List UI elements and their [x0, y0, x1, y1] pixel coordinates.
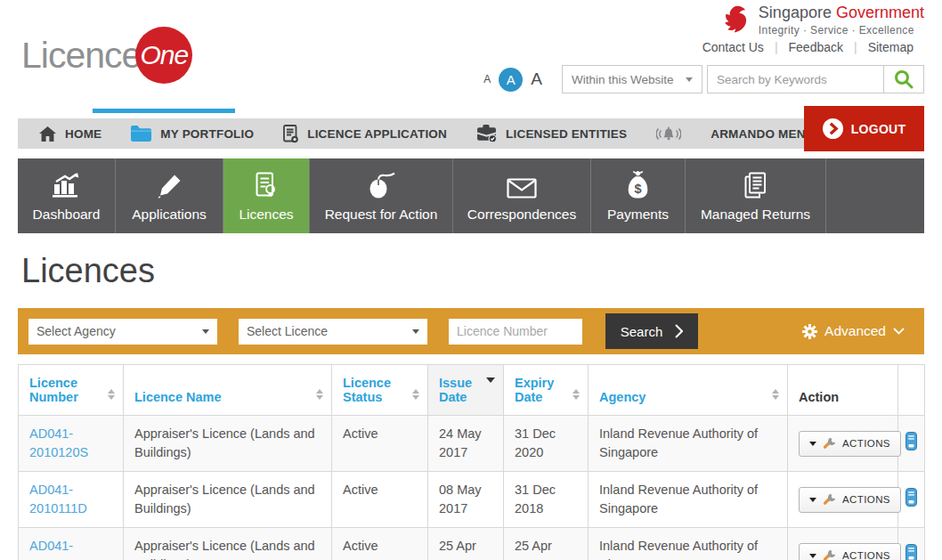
column-header-licence-name[interactable]: Licence Name: [124, 365, 332, 416]
logo-circle: One: [135, 27, 192, 84]
chevron-down-icon: [202, 329, 209, 334]
subnav-filler: [826, 158, 924, 233]
chevron-down-icon: [809, 442, 816, 446]
logo-text: Licence: [21, 35, 141, 77]
wrench-icon: [823, 437, 836, 450]
subnav-applications[interactable]: Applications: [116, 158, 223, 233]
search-submit-button[interactable]: [883, 65, 924, 93]
utility-links: Contact Us | Feedback | Sitemap: [692, 40, 924, 54]
subnav-managed-returns[interactable]: Managed Returns: [686, 158, 826, 233]
agency-cell: Inland Revenue Authority of Singapore: [589, 472, 788, 528]
print-licence-cell: [898, 528, 925, 560]
licenceone-logo[interactable]: Licence One: [21, 27, 192, 84]
home-icon: [39, 126, 56, 142]
sitemap-link[interactable]: Sitemap: [857, 40, 924, 54]
issue-date-cell: 08 May 2017: [428, 472, 504, 528]
column-header-action: Action: [788, 365, 898, 416]
search-scope-select[interactable]: Within this Website: [562, 65, 702, 93]
nav-item-my-portfolio[interactable]: MY PORTFOLIO: [131, 126, 254, 142]
font-size-large-button[interactable]: A: [531, 69, 542, 89]
table-header-row: Licence Number Licence Name Licence Stat…: [19, 365, 925, 416]
column-header-licence-number[interactable]: Licence Number: [19, 365, 124, 416]
svg-text:$: $: [634, 181, 641, 195]
print-licence-cell: [898, 472, 925, 528]
sort-icon: [108, 389, 115, 400]
chevron-down-icon: [809, 554, 816, 558]
logout-button[interactable]: LOGOUT: [804, 106, 924, 151]
licence-document-icon: [283, 125, 298, 143]
subnav-licences[interactable]: Licences: [223, 158, 310, 233]
subnav-correspondences[interactable]: Correspondences: [453, 158, 591, 233]
print-licence-icon[interactable]: [905, 488, 917, 507]
licence-status-cell: Active: [332, 416, 428, 472]
contact-us-link[interactable]: Contact Us: [692, 40, 775, 54]
print-licence-icon[interactable]: [905, 544, 917, 560]
nav-item-licence-application[interactable]: LICENCE APPLICATION: [283, 125, 447, 143]
actions-dropdown-button[interactable]: ACTIONS: [799, 487, 901, 513]
licence-status-cell: Active: [332, 472, 428, 528]
subnav-payments[interactable]: $ Payments: [591, 158, 686, 233]
select-agency-dropdown[interactable]: Select Agency: [28, 319, 217, 345]
print-licence-cell: [898, 416, 925, 472]
font-size-small-button[interactable]: A: [483, 73, 491, 85]
chevron-right-icon: [675, 324, 683, 338]
filter-search-button[interactable]: Search: [605, 313, 698, 349]
expiry-date-cell: 31 Dec 2018: [504, 472, 589, 528]
dashboard-chart-icon: [52, 170, 82, 199]
sort-icon: [412, 389, 419, 400]
sort-icon: [316, 389, 323, 400]
issue-date-cell: 24 May 2017: [428, 416, 504, 472]
issue-date-cell: 25 Apr 2017: [428, 528, 504, 560]
licence-number-link[interactable]: AD041-2010111D: [19, 472, 124, 528]
licence-number-input[interactable]: [449, 319, 582, 345]
licence-name-cell: Appraiser's Licence (Lands and Buildings…: [124, 528, 332, 560]
column-header-licence-status[interactable]: Licence Status: [332, 365, 428, 416]
sort-descending-icon: [486, 383, 495, 397]
lion-head-icon: [723, 5, 751, 36]
logout-arrow-icon: [823, 118, 843, 139]
print-licence-icon[interactable]: [905, 432, 917, 450]
column-header-issue-date[interactable]: Issue Date: [428, 365, 504, 416]
keyword-search-input[interactable]: [707, 65, 883, 93]
briefcase-check-icon: [476, 125, 497, 142]
main-navigation: HOME MY PORTFOLIO LICENCE APPLICATION: [18, 106, 924, 151]
column-header-expiry-date[interactable]: Expiry Date: [504, 365, 589, 416]
licences-table: Licence Number Licence Name Licence Stat…: [18, 364, 925, 560]
font-size-medium-button[interactable]: A: [499, 68, 523, 92]
chevron-down-icon: [893, 328, 905, 335]
portfolio-sub-navigation: Dashboard Applications Licences: [18, 158, 924, 233]
wrench-icon: [823, 493, 836, 507]
pencil-icon: [157, 170, 182, 199]
expiry-date-cell: 31 Dec 2020: [504, 416, 589, 472]
notifications-bell[interactable]: [656, 126, 681, 142]
table-row: AD041-2010120S Appraiser's Licence (Land…: [19, 416, 925, 472]
chevron-down-icon: [412, 329, 419, 334]
chevron-down-icon: [809, 498, 816, 502]
licence-number-link[interactable]: AD041-2010097E: [19, 528, 124, 560]
licence-certificate-icon: [256, 170, 277, 199]
actions-dropdown-button[interactable]: ACTIONS: [799, 543, 901, 560]
expiry-date-cell: 25 Apr 2019: [504, 528, 589, 560]
column-header-agency[interactable]: Agency: [589, 365, 788, 416]
licence-status-cell: Active: [332, 528, 428, 560]
gov-name: Singapore Government: [759, 4, 924, 22]
sort-icon: [573, 389, 580, 400]
subnav-dashboard[interactable]: Dashboard: [18, 158, 116, 233]
site-search: A A A Within this Website: [483, 65, 924, 93]
subnav-request-for-action[interactable]: Request for Action: [310, 158, 453, 233]
advanced-search-toggle[interactable]: Advanced: [802, 323, 905, 339]
folder-icon: [131, 126, 151, 142]
nav-item-licensed-entities[interactable]: LICENSED ENTITIES: [476, 125, 627, 142]
active-tab-indicator: [93, 109, 235, 113]
actions-dropdown-button[interactable]: ACTIONS: [799, 431, 901, 457]
feedback-link[interactable]: Feedback: [778, 40, 854, 54]
wrench-icon: [823, 549, 836, 560]
select-licence-dropdown[interactable]: Select Licence: [239, 319, 427, 345]
licence-number-link[interactable]: AD041-2010120S: [19, 416, 124, 472]
licenceone-portal: Licence One Singapore Government Integri…: [18, 0, 924, 560]
chevron-down-icon: [686, 77, 693, 82]
font-size-controls: A A A: [483, 68, 542, 92]
nav-item-home[interactable]: HOME: [39, 126, 102, 142]
sort-icon: [772, 389, 779, 400]
licence-name-cell: Appraiser's Licence (Lands and Buildings…: [124, 472, 332, 528]
